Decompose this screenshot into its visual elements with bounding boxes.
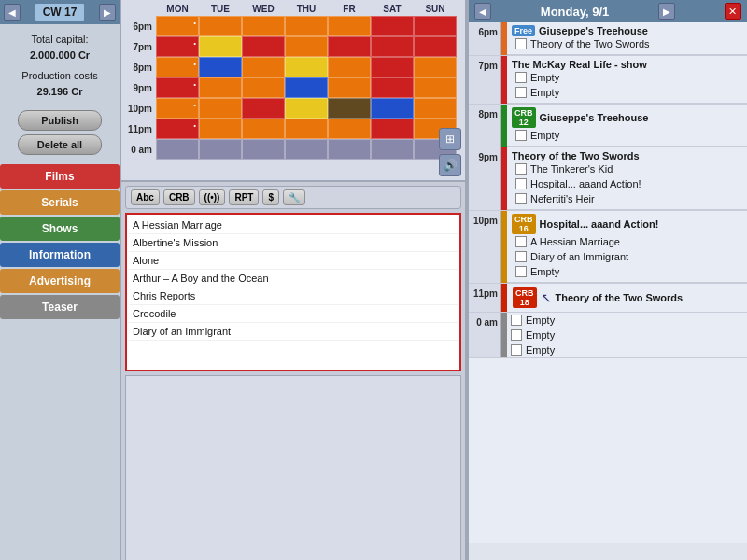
- checkbox[interactable]: [515, 266, 527, 277]
- cell-sat-9pm[interactable]: [371, 77, 414, 98]
- publish-button[interactable]: Publish: [18, 110, 102, 131]
- cell-mon-0am[interactable]: [156, 139, 199, 160]
- day-headers: MON TUE WED THU FR SAT SUN: [156, 2, 463, 16]
- cell-wed-7pm[interactable]: [242, 36, 285, 57]
- cell-tue-9pm[interactable]: [199, 77, 242, 98]
- nav-buttons: Films Serials Shows Information Advertis…: [0, 164, 120, 319]
- time-slot-9pm: 9pm Theory of the Two Swords The Tinkere…: [469, 147, 747, 211]
- toolbar-dollar-btn[interactable]: $: [262, 189, 279, 205]
- cell-tue-11pm[interactable]: [199, 119, 242, 139]
- center-bottom: Abc CRB ((•)) RPT $ 🔧 A Hessian Marriage…: [121, 182, 467, 560]
- checkbox[interactable]: [511, 315, 522, 326]
- cell-sun-9pm[interactable]: [414, 77, 457, 98]
- nav-information[interactable]: Information: [0, 243, 120, 267]
- nav-shows[interactable]: Shows: [0, 217, 120, 241]
- list-item[interactable]: Crocodile: [129, 305, 458, 323]
- cell-thu-7pm[interactable]: [285, 36, 328, 57]
- cell-wed-8pm[interactable]: [242, 57, 285, 77]
- checkbox[interactable]: [515, 38, 527, 49]
- program-list: A Hessian Marriage Albertine's Mission A…: [125, 213, 461, 371]
- cell-fri-9pm[interactable]: [328, 77, 371, 98]
- cw-prev-btn[interactable]: ◀: [4, 4, 21, 21]
- cell-mon-8pm[interactable]: [156, 57, 199, 77]
- cell-mon-10pm[interactable]: [156, 98, 199, 119]
- list-item[interactable]: Alone: [129, 252, 458, 270]
- entry-title-empty: Empty: [526, 329, 555, 341]
- checkbox[interactable]: [515, 193, 527, 204]
- cell-sun-7pm[interactable]: [414, 36, 457, 57]
- program-giuseppe-treehouse-1: Free Giuseppe's Treehouse Theory of the …: [507, 22, 747, 55]
- cell-sun-6pm[interactable]: [414, 16, 457, 36]
- checkbox[interactable]: [515, 163, 527, 175]
- checkbox[interactable]: [511, 344, 522, 356]
- cell-fri-0am[interactable]: [328, 139, 371, 160]
- cell-tue-7pm[interactable]: [199, 36, 242, 57]
- cell-mon-9pm[interactable]: [156, 77, 199, 98]
- toolbar-abc-btn[interactable]: Abc: [131, 189, 160, 205]
- cell-sat-7pm[interactable]: [371, 36, 414, 57]
- right-next-btn[interactable]: ▶: [658, 3, 675, 20]
- grid-view-btn[interactable]: ⊞: [439, 128, 461, 150]
- list-item[interactable]: Chris Reports: [129, 287, 458, 305]
- cell-wed-11pm[interactable]: [242, 119, 285, 139]
- nav-teaser[interactable]: Teaser: [0, 295, 120, 319]
- cell-thu-8pm[interactable]: [285, 57, 328, 77]
- left-stats: Total capital: 2.000.000 Cr Production c…: [0, 24, 120, 106]
- toolbar-antenna-btn[interactable]: ((•)): [199, 189, 226, 205]
- list-item[interactable]: Diary of an Immigrant: [129, 323, 458, 341]
- cell-tue-6pm[interactable]: [199, 16, 242, 36]
- cell-sun-10pm[interactable]: [414, 98, 457, 119]
- cell-sat-10pm[interactable]: [371, 98, 414, 119]
- checkbox[interactable]: [515, 87, 527, 98]
- checkbox[interactable]: [515, 178, 527, 189]
- program-entry-empty1: Empty: [512, 70, 742, 85]
- nav-films[interactable]: Films: [0, 164, 120, 189]
- cell-tue-10pm[interactable]: [199, 98, 242, 119]
- delete-all-button[interactable]: Delete all: [18, 134, 102, 155]
- cell-mon-7pm[interactable]: [156, 36, 199, 57]
- cell-sat-11pm[interactable]: [371, 119, 414, 139]
- cell-thu-9pm[interactable]: [285, 77, 328, 98]
- cell-thu-6pm[interactable]: [285, 16, 328, 36]
- cell-mon-6pm[interactable]: [156, 16, 199, 36]
- cell-mon-11pm[interactable]: [156, 119, 199, 139]
- cell-thu-10pm[interactable]: [285, 98, 328, 119]
- nav-advertising[interactable]: Advertising: [0, 269, 120, 293]
- cell-wed-9pm[interactable]: [242, 77, 285, 98]
- cell-sat-0am[interactable]: [371, 139, 414, 160]
- program-entry-empty-2: Empty: [507, 328, 747, 343]
- nav-serials[interactable]: Serials: [0, 190, 120, 215]
- close-btn[interactable]: ✕: [725, 3, 741, 20]
- checkbox[interactable]: [515, 130, 527, 141]
- checkbox[interactable]: [515, 251, 527, 262]
- checkbox[interactable]: [511, 329, 522, 341]
- cell-sat-6pm[interactable]: [371, 16, 414, 36]
- time-slot-10pm: 10pm CRB16 Hospital... aaand Action! A: [469, 211, 747, 284]
- checkbox[interactable]: [515, 236, 527, 247]
- toolbar-wrench-btn[interactable]: 🔧: [283, 189, 305, 205]
- cell-sat-8pm[interactable]: [371, 57, 414, 77]
- cell-fri-8pm[interactable]: [328, 57, 371, 77]
- grid-row-6pm: 6pm: [123, 16, 463, 36]
- cell-sun-8pm[interactable]: [414, 57, 457, 77]
- cell-fri-7pm[interactable]: [328, 36, 371, 57]
- cw-next-btn[interactable]: ▶: [99, 4, 116, 21]
- cell-fri-6pm[interactable]: [328, 16, 371, 36]
- grid-sound-btn[interactable]: 🔊: [439, 154, 461, 176]
- cell-wed-6pm[interactable]: [242, 16, 285, 36]
- list-item[interactable]: A Hessian Marriage: [129, 217, 458, 234]
- right-prev-btn[interactable]: ◀: [474, 3, 491, 20]
- cell-fri-11pm[interactable]: [328, 119, 371, 139]
- cell-fri-10pm[interactable]: [328, 98, 371, 119]
- cell-tue-8pm[interactable]: [199, 57, 242, 77]
- toolbar-rpt-btn[interactable]: RPT: [229, 189, 259, 205]
- toolbar-crb-btn[interactable]: CRB: [163, 189, 195, 205]
- list-item[interactable]: Arthur – A Boy and the Ocean: [129, 270, 458, 287]
- cell-thu-0am[interactable]: [285, 139, 328, 160]
- cell-thu-11pm[interactable]: [285, 119, 328, 139]
- cell-wed-0am[interactable]: [242, 139, 285, 160]
- cell-tue-0am[interactable]: [199, 139, 242, 160]
- list-item[interactable]: Albertine's Mission: [129, 234, 458, 252]
- cell-wed-10pm[interactable]: [242, 98, 285, 119]
- checkbox[interactable]: [515, 72, 527, 83]
